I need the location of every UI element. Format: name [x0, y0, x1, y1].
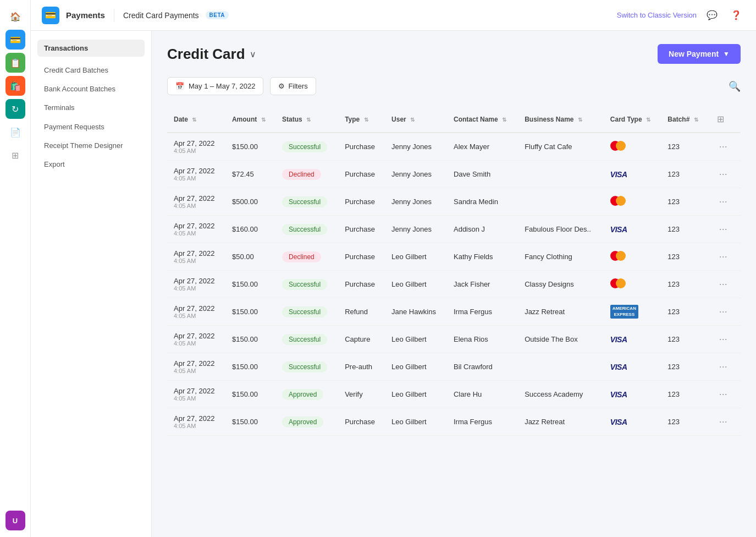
rail-refresh-icon[interactable]: ↻ [5, 99, 25, 119]
header-divider [114, 9, 114, 22]
row-more-button[interactable]: ··· [715, 359, 732, 375]
chat-icon-btn[interactable]: 💬 [703, 7, 721, 24]
table-row[interactable]: Apr 27, 2022 4:05 AM $500.00 Successful … [167, 188, 741, 216]
rail-payments-icon[interactable]: 💳 [5, 30, 25, 50]
filters-bar: 📅 May 1 – May 7, 2022 ⚙ Filters 🔍 [167, 77, 741, 95]
table-row[interactable]: Apr 27, 2022 4:05 AM $150.00 Successful … [167, 271, 741, 298]
row-more-button[interactable]: ··· [715, 221, 732, 237]
cell-business-name [518, 353, 604, 381]
cell-amount: $160.00 [225, 216, 275, 243]
batch-sort-icon: ⇅ [694, 117, 698, 123]
heading-chevron-icon[interactable]: ∨ [250, 49, 256, 59]
table-row[interactable]: Apr 27, 2022 4:05 AM $150.00 Approved Ve… [167, 381, 741, 408]
col-header-contact-name[interactable]: Contact Name ⇅ [447, 106, 518, 133]
cell-card-type [604, 243, 661, 271]
col-header-business-name[interactable]: Business Name ⇅ [518, 106, 604, 133]
cell-card-type: VISA [604, 161, 661, 188]
table-row[interactable]: Apr 27, 2022 4:05 AM $150.00 Successful … [167, 133, 741, 161]
col-header-amount[interactable]: Amount ⇅ [225, 106, 275, 133]
table-row[interactable]: Apr 27, 2022 4:05 AM $50.00 Declined Pur… [167, 243, 741, 271]
sidebar-item-credit-card-batches[interactable]: Credit Card Batches [31, 61, 151, 80]
cell-more-actions: ··· [708, 161, 741, 188]
col-header-date[interactable]: Date ⇅ [167, 106, 225, 133]
col-header-status[interactable]: Status ⇅ [275, 106, 338, 133]
new-payment-label: New Payment [669, 50, 719, 58]
contact-sort-icon: ⇅ [502, 117, 506, 123]
date-range-button[interactable]: 📅 May 1 – May 7, 2022 [167, 77, 263, 95]
row-more-button[interactable]: ··· [715, 194, 732, 210]
date-sort-icon: ⇅ [192, 117, 196, 123]
cell-date: Apr 27, 2022 4:05 AM [167, 326, 225, 353]
sidebar-item-export[interactable]: Export [31, 155, 151, 174]
mastercard-icon [610, 140, 630, 152]
new-payment-button[interactable]: New Payment ▼ [658, 44, 741, 64]
sidebar-item-terminals[interactable]: Terminals [31, 98, 151, 117]
row-more-button[interactable]: ··· [715, 166, 732, 182]
cell-business-name [518, 161, 604, 188]
row-more-button[interactable]: ··· [715, 304, 732, 320]
mastercard-icon [610, 277, 630, 289]
app-logo: 💳 [42, 7, 59, 24]
status-badge: Successful [282, 224, 327, 235]
visa-icon: VISA [610, 170, 627, 179]
col-header-type[interactable]: Type ⇅ [338, 106, 385, 133]
cell-amount: $150.00 [225, 353, 275, 381]
table-row[interactable]: Apr 27, 2022 4:05 AM $72.45 Declined Pur… [167, 161, 741, 188]
cell-business-name: Fabulous Floor Des.. [518, 216, 604, 243]
table-row[interactable]: Apr 27, 2022 4:05 AM $150.00 Approved Pu… [167, 408, 741, 436]
calendar-icon: 📅 [175, 82, 184, 90]
row-more-button[interactable]: ··· [715, 386, 732, 402]
cell-business-name: Success Academy [518, 381, 604, 408]
table-row[interactable]: Apr 27, 2022 4:05 AM $150.00 Successful … [167, 298, 741, 326]
table-row[interactable]: Apr 27, 2022 4:05 AM $150.00 Successful … [167, 326, 741, 353]
cell-type: Purchase [338, 408, 385, 436]
cell-user: Leo Gilbert [385, 326, 447, 353]
transactions-table: Date ⇅ Amount ⇅ Status ⇅ Type [167, 106, 741, 436]
row-more-button[interactable]: ··· [715, 331, 732, 347]
cell-type: Verify [338, 381, 385, 408]
rail-cart-icon[interactable]: 🛍️ [5, 76, 25, 96]
cell-batch: 123 [661, 381, 708, 408]
cell-batch: 123 [661, 243, 708, 271]
cell-date: Apr 27, 2022 4:05 AM [167, 353, 225, 381]
cell-more-actions: ··· [708, 188, 741, 216]
table-row[interactable]: Apr 27, 2022 4:05 AM $160.00 Successful … [167, 216, 741, 243]
cell-date: Apr 27, 2022 4:05 AM [167, 298, 225, 326]
cell-date: Apr 27, 2022 4:05 AM [167, 133, 225, 161]
cell-type: Capture [338, 326, 385, 353]
row-more-button[interactable]: ··· [715, 249, 732, 265]
filters-button[interactable]: ⚙ Filters [270, 77, 316, 95]
cell-type: Purchase [338, 188, 385, 216]
sidebar-item-receipt-theme-designer[interactable]: Receipt Theme Designer [31, 136, 151, 155]
status-sort-icon: ⇅ [306, 117, 311, 123]
cell-batch: 123 [661, 326, 708, 353]
col-header-batch[interactable]: Batch# ⇅ [661, 106, 708, 133]
cell-user: Leo Gilbert [385, 271, 447, 298]
cell-date: Apr 27, 2022 4:05 AM [167, 408, 225, 436]
cell-amount: $150.00 [225, 298, 275, 326]
rail-file-icon[interactable]: 📄 [5, 122, 25, 142]
search-button[interactable]: 🔍 [729, 80, 741, 92]
status-badge: Declined [282, 169, 321, 180]
sidebar-item-transactions[interactable]: Transactions [37, 40, 145, 57]
table-row[interactable]: Apr 27, 2022 4:05 AM $150.00 Successful … [167, 353, 741, 381]
sidebar-item-payment-requests[interactable]: Payment Requests [31, 118, 151, 136]
help-icon-btn[interactable]: ❓ [727, 7, 745, 24]
cell-contact-name: Clare Hu [447, 381, 518, 408]
rail-grid-icon[interactable]: ⊞ [5, 145, 25, 165]
row-more-button[interactable]: ··· [715, 414, 732, 430]
mastercard-icon [610, 195, 630, 207]
row-more-button[interactable]: ··· [715, 139, 732, 155]
user-avatar[interactable]: U [5, 511, 25, 530]
sidebar: Transactions Credit Card Batches Bank Ac… [31, 31, 152, 537]
sidebar-item-bank-account-batches[interactable]: Bank Account Batches [31, 80, 151, 98]
visa-icon: VISA [610, 225, 627, 234]
rail-home-icon[interactable]: 🏠 [5, 7, 25, 26]
rail-docs-icon[interactable]: 📋 [5, 53, 25, 73]
classic-version-link[interactable]: Switch to Classic Version [617, 11, 697, 19]
column-toggle-button[interactable]: ⊞ [715, 112, 726, 127]
app-name: Payments [66, 10, 105, 20]
col-header-user[interactable]: User ⇅ [385, 106, 447, 133]
row-more-button[interactable]: ··· [715, 276, 732, 292]
col-header-card-type[interactable]: Card Type ⇅ [604, 106, 661, 133]
